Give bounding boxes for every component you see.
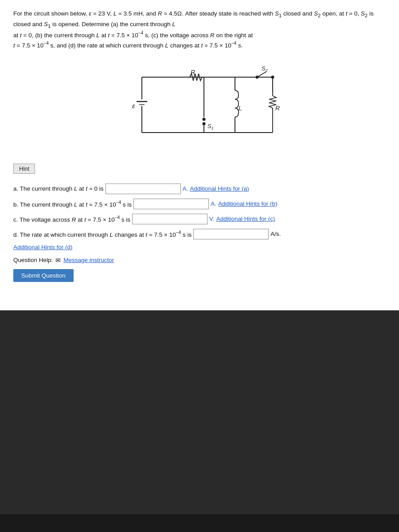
question-help: Question Help: ✉ Message instructor <box>13 257 386 264</box>
answer-row-a: a. The current through L at t = 0 is A. … <box>13 184 386 194</box>
hint-button[interactable]: Hint <box>13 164 35 174</box>
answer-row-c: c. The voltage across R at t = 7.5 × 10−… <box>13 214 386 224</box>
circuit-diagram: R S2 R <box>13 55 386 157</box>
label-a: a. The current through L at t = 0 is <box>13 185 104 192</box>
hint-link-d[interactable]: Additional Hints for (d) <box>13 244 386 250</box>
input-d[interactable] <box>193 229 269 239</box>
svg-point-19 <box>203 117 206 121</box>
answer-section: a. The current through L at t = 0 is A. … <box>13 184 386 250</box>
svg-text:S2: S2 <box>262 65 268 73</box>
hint-prefix-a: A. <box>183 185 188 192</box>
label-d: d. The rate at which current through L c… <box>13 230 192 238</box>
input-c[interactable] <box>132 214 207 224</box>
svg-text:S1: S1 <box>207 123 214 130</box>
bottom-dark-area <box>0 310 399 532</box>
taskbar <box>0 514 399 532</box>
answer-row-b: b. The current through L at t = 7.5 × 10… <box>13 199 386 209</box>
hint-link-b[interactable]: Additional Hints for (b) <box>218 200 278 207</box>
answer-row-d: d. The rate at which current through L c… <box>13 229 386 239</box>
label-c: c. The voltage across R at t = 7.5 × 10−… <box>13 215 130 223</box>
hint-prefix-b: A. <box>211 200 216 207</box>
svg-text:ε: ε <box>132 102 135 110</box>
question-help-label: Question Help: <box>13 257 53 263</box>
svg-line-4 <box>257 72 266 77</box>
svg-text:L: L <box>239 105 242 112</box>
input-b[interactable] <box>133 199 209 209</box>
svg-text:R: R <box>275 105 280 112</box>
message-instructor-link[interactable]: Message instructor <box>63 257 114 263</box>
hint-link-c[interactable]: Additional Hints for (c) <box>216 215 275 222</box>
input-a[interactable] <box>106 184 181 194</box>
hint-prefix-c: V. <box>209 215 215 222</box>
hint-link-a[interactable]: Additional Hints for (a) <box>190 185 249 192</box>
problem-text: For the circuit shown below, ε = 23 V, L… <box>13 9 386 51</box>
unit-d: A/s. <box>270 231 281 237</box>
message-icon: ✉ <box>55 257 61 264</box>
label-b: b. The current through L at t = 7.5 × 10… <box>13 200 132 208</box>
submit-button[interactable]: Submit Question <box>13 269 74 282</box>
